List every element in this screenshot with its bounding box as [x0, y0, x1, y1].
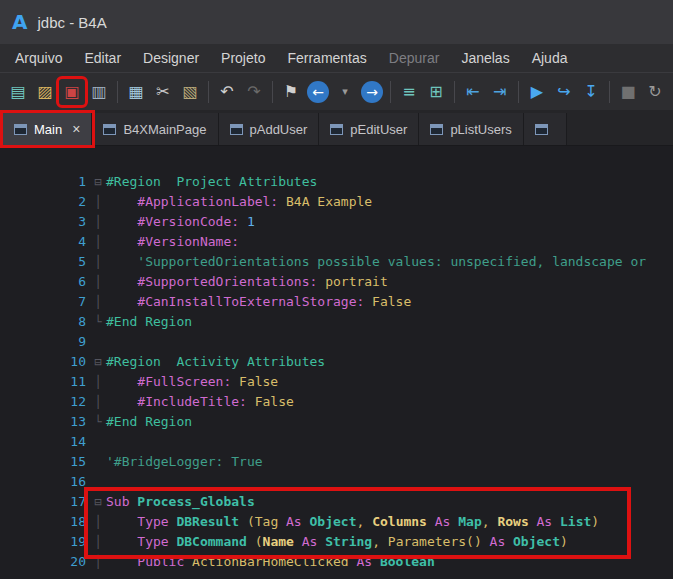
- open-project-icon[interactable]: ▨: [32, 79, 58, 105]
- print-icon[interactable]: ▥: [86, 79, 112, 105]
- code-segment: 'SupportedOrientations possible values: …: [137, 254, 646, 269]
- run-icon[interactable]: ▶: [524, 79, 550, 105]
- form-icon: [330, 124, 343, 135]
- fold-guide: [90, 332, 106, 352]
- code-line-8[interactable]: 8└#End Region: [0, 312, 673, 332]
- line-number: 20: [0, 552, 90, 572]
- line-number: 9: [0, 332, 90, 352]
- code-segment: [106, 254, 137, 269]
- history-dropdown-icon[interactable]: ▾: [332, 79, 358, 105]
- redo-icon[interactable]: ↷: [241, 79, 267, 105]
- menu-ajuda[interactable]: Ajuda: [521, 46, 579, 70]
- code-line-3[interactable]: 3│ #VersionCode: 1: [0, 212, 673, 232]
- code-segment: '#BridgeLogger: True: [106, 454, 263, 469]
- toolbar-separator: [390, 81, 391, 103]
- code-line-7[interactable]: 7│ #CanInstallToExternalStorage: False: [0, 292, 673, 312]
- code-line-16[interactable]: 16: [0, 472, 673, 492]
- form-icon: [230, 124, 243, 135]
- code-segment: Name: [263, 534, 294, 549]
- code-line-13[interactable]: 13└#End Region: [0, 412, 673, 432]
- menu-designer[interactable]: Designer: [132, 46, 210, 70]
- code-segment: Object: [513, 534, 560, 549]
- code-text: #VersionCode: 1: [106, 212, 255, 232]
- fold-guide: │: [90, 232, 106, 252]
- rebuild-icon[interactable]: ↻: [642, 79, 668, 105]
- code-line-15[interactable]: 15'#BridgeLogger: True: [0, 452, 673, 472]
- code-line-2[interactable]: 2│ #ApplicationLabel: B4A Example: [0, 192, 673, 212]
- code-segment: As: [435, 514, 458, 529]
- code-segment: ActionBarHomeClicked: [192, 554, 356, 569]
- menu-depurar[interactable]: Depurar: [378, 46, 451, 70]
- line-number: 12: [0, 392, 90, 412]
- fold-toggle-icon[interactable]: ⊟: [90, 172, 106, 192]
- line-number: 18: [0, 512, 90, 532]
- menu-projeto[interactable]: Projeto: [210, 46, 276, 70]
- save-icon[interactable]: ▣: [59, 79, 85, 105]
- step-over-icon[interactable]: ↪: [551, 79, 577, 105]
- step-into-icon[interactable]: ↧: [578, 79, 604, 105]
- tab-main[interactable]: Main×: [3, 113, 92, 145]
- code-segment: Type: [137, 514, 176, 529]
- line-number: 14: [0, 432, 90, 452]
- tab-plistusers[interactable]: pListUsers: [419, 113, 523, 145]
- outdent-icon[interactable]: ⇤: [460, 79, 486, 105]
- code-line-10[interactable]: 10⊟#Region Activity Attributes: [0, 352, 673, 372]
- code-text: Type DBCommand (Name As String, Paramete…: [106, 532, 568, 552]
- code-line-14[interactable]: 14: [0, 432, 673, 452]
- bookmark-icon[interactable]: ⚑: [278, 79, 304, 105]
- code-line-11[interactable]: 11│ #FullScreen: False: [0, 372, 673, 392]
- code-line-6[interactable]: 6│ #SupportedOrientations: portrait: [0, 272, 673, 292]
- title-bar: A jdbc - B4A: [0, 0, 673, 44]
- code-line-20[interactable]: 20│ Public ActionBarHomeClicked As Boole…: [0, 552, 673, 572]
- menu-ferramentas[interactable]: Ferramentas: [276, 46, 377, 70]
- code-editor[interactable]: 1⊟#Region Project Attributes2│ #Applicat…: [0, 146, 673, 579]
- navigate-back-icon[interactable]: ←: [307, 81, 329, 103]
- code-segment: [106, 394, 137, 409]
- logs-panel-icon[interactable]: ≡: [396, 79, 422, 105]
- code-text: #End Region: [106, 412, 192, 432]
- code-line-17[interactable]: 17⊟Sub Process_Globals: [0, 492, 673, 512]
- copy-icon[interactable]: ▦: [123, 79, 149, 105]
- toolbar-separator: [208, 81, 209, 103]
- code-segment: [106, 194, 137, 209]
- tab-padduser[interactable]: pAddUser: [219, 113, 320, 145]
- code-line-12[interactable]: 12│ #IncludeTitle: False: [0, 392, 673, 412]
- code-line-9[interactable]: 9: [0, 332, 673, 352]
- code-line-1[interactable]: 1⊟#Region Project Attributes: [0, 172, 673, 192]
- code-line-5[interactable]: 5│ 'SupportedOrientations possible value…: [0, 252, 673, 272]
- code-segment: As: [356, 554, 379, 569]
- fold-guide: [90, 472, 106, 492]
- form-icon: [430, 124, 443, 135]
- modules-panel-icon[interactable]: ⊞: [423, 79, 449, 105]
- cut-icon[interactable]: ✂: [150, 79, 176, 105]
- fold-toggle-icon[interactable]: ⊟: [90, 492, 106, 512]
- fold-guide: │: [90, 532, 106, 552]
- code-line-19[interactable]: 19│ Type DBCommand (Name As String, Para…: [0, 532, 673, 552]
- code-segment: #Region Activity Attributes: [106, 354, 325, 369]
- tab-b4xmainpage[interactable]: B4XMainPage: [92, 113, 218, 145]
- menu-editar[interactable]: Editar: [73, 46, 132, 70]
- line-number: 4: [0, 232, 90, 252]
- paste-icon[interactable]: ▧: [177, 79, 203, 105]
- new-project-icon[interactable]: ▤: [5, 79, 31, 105]
- code-segment: ,: [357, 514, 373, 529]
- navigate-forward-icon[interactable]: →: [361, 81, 383, 103]
- indent-icon[interactable]: ⇥: [487, 79, 513, 105]
- tab-pedituser[interactable]: pEditUser: [319, 113, 419, 145]
- code-text: #End Region: [106, 312, 192, 332]
- tab-close-icon[interactable]: ×: [72, 121, 80, 137]
- line-number: 13: [0, 412, 90, 432]
- tab-label: B4XMainPage: [123, 122, 206, 137]
- fold-toggle-icon[interactable]: ⊟: [90, 352, 106, 372]
- code-text: Sub Process_Globals: [106, 492, 255, 512]
- undo-icon[interactable]: ↶: [214, 79, 240, 105]
- tab-partial[interactable]: [524, 113, 567, 145]
- menu-arquivo[interactable]: Arquivo: [4, 46, 73, 70]
- stop-icon[interactable]: ■: [615, 79, 641, 105]
- tab-label: pListUsers: [450, 122, 511, 137]
- code-line-18[interactable]: 18│ Type DBResult (Tag As Object, Column…: [0, 512, 673, 532]
- menu-janelas[interactable]: Janelas: [450, 46, 520, 70]
- code-text: #FullScreen: False: [106, 372, 278, 392]
- code-line-4[interactable]: 4│ #VersionName:: [0, 232, 673, 252]
- code-segment: [106, 534, 137, 549]
